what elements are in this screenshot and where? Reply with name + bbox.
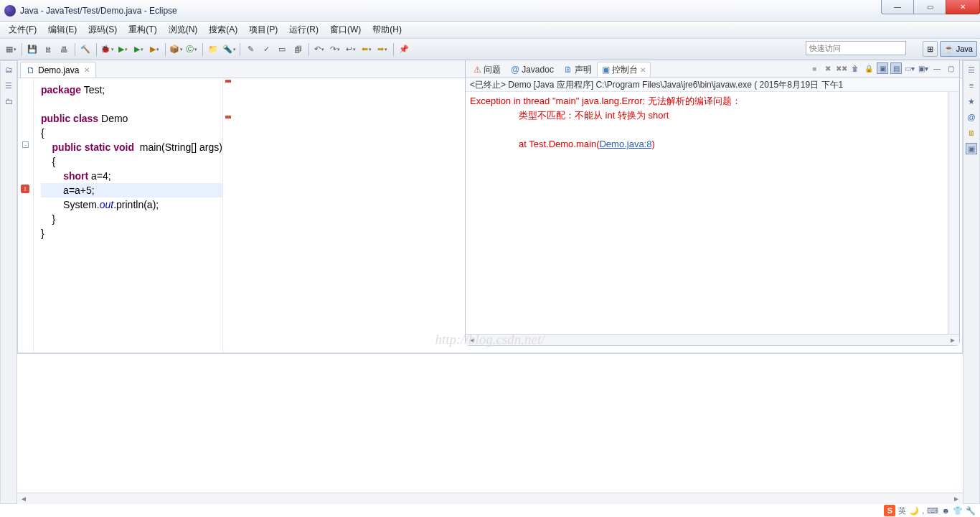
java-perspective-button[interactable]: ☕Java	[940, 41, 977, 57]
left-trim: 🗂 ☰ 🗀	[0, 60, 17, 504]
run-button[interactable]: ▶▾	[116, 42, 130, 57]
main-toolbar: ▦▾ 💾 🗎 🖶 🔨 🐞▾ ▶▾ ▶▾ ▶▾ 📦▾ Ⓒ▾ 📁 🔦▾ ✎ ✓ ▭ …	[0, 39, 980, 60]
console-line-1: Exception in thread "main" java.lang.Err…	[470, 96, 741, 106]
ime-settings-icon[interactable]: 👕	[953, 506, 963, 516]
menu-help[interactable]: 帮助(H)	[367, 22, 407, 37]
ime-punct-icon[interactable]: ,	[922, 506, 924, 515]
build-button[interactable]: 🔨	[78, 42, 93, 57]
remove-launch-icon[interactable]: ✖	[822, 62, 834, 74]
separator	[94, 42, 98, 57]
new-package-button[interactable]: 📦▾	[169, 42, 183, 57]
ime-bar: S 英 🌙 , ⌨ ☻ 👕 🔧	[0, 504, 980, 517]
view-icon[interactable]: ▣	[966, 143, 977, 154]
new-class-button[interactable]: Ⓒ▾	[184, 42, 199, 57]
editor-hscrollbar[interactable]: ◄►	[17, 493, 963, 504]
tab-console[interactable]: ▣控制台 ✕	[597, 62, 651, 77]
new-console-icon[interactable]: ▣▾	[918, 62, 929, 74]
minimize-button[interactable]: —	[881, 0, 914, 14]
hierarchy-icon[interactable]: ☰	[3, 80, 14, 91]
navigator-icon[interactable]: 🗀	[3, 96, 14, 107]
ime-moon-icon[interactable]: 🌙	[909, 506, 919, 516]
coverage-button[interactable]: ▶▾	[131, 42, 146, 57]
editor-tab-label: Demo.java	[38, 65, 79, 75]
ime-face-icon[interactable]: ☻	[941, 506, 950, 515]
wand-button[interactable]: ✎	[243, 42, 258, 57]
error-marker-icon[interactable]: !	[21, 185, 29, 193]
editor-area: 🗋 Demo.java ✕ ▭ ▢ - ! package Test; publ…	[17, 60, 963, 353]
scroll-lock-icon[interactable]: 🔒	[863, 62, 875, 74]
bookmark-button[interactable]: 🗐	[291, 42, 305, 57]
prev-annotation-button[interactable]: ↶▾	[312, 42, 326, 57]
pin-console-icon[interactable]: ▣	[877, 62, 888, 74]
console-panel: ⚠问题 @Javadoc 🗎声明 ▣控制台 ✕ ■ ✖ ✖✖ 🗑 🔒 ▣ ▤ ▭…	[465, 60, 960, 346]
ext-tools-button[interactable]: ▶▾	[147, 42, 161, 57]
last-edit-button[interactable]: ↩▾	[344, 42, 358, 57]
eclipse-icon	[4, 5, 16, 17]
maximize-button[interactable]: ▭	[913, 0, 946, 14]
tab-declaration[interactable]: 🗎声明	[559, 62, 597, 77]
menu-run[interactable]: 运行(R)	[283, 22, 324, 37]
print-button[interactable]: 🖶	[57, 42, 71, 57]
menu-edit[interactable]: 编辑(E)	[42, 22, 83, 37]
outline-icon[interactable]: ☰	[966, 64, 977, 75]
search-button[interactable]: 🔦▾	[222, 42, 236, 57]
ime-tool-icon[interactable]: 🔧	[966, 506, 976, 516]
package-explorer-icon[interactable]: 🗂	[3, 64, 14, 75]
maximize-icon[interactable]: ▢	[945, 62, 956, 74]
tab-close-icon[interactable]: ✕	[640, 66, 646, 74]
sheet-icon[interactable]: 🗎	[966, 127, 977, 139]
minimize-icon[interactable]: —	[931, 62, 943, 74]
console-icon: ▣	[602, 65, 610, 75]
at-icon[interactable]: @	[966, 111, 977, 123]
bookmark-view-icon[interactable]: ★	[966, 96, 977, 107]
task-button[interactable]: ▭	[275, 42, 289, 57]
menu-project[interactable]: 项目(P)	[243, 22, 283, 37]
lower-empty-area	[17, 353, 963, 493]
menu-search[interactable]: 搜索(A)	[203, 22, 243, 37]
next-annotation-button[interactable]: ↷▾	[328, 42, 342, 57]
java-file-icon: 🗋	[27, 65, 35, 75]
tab-javadoc[interactable]: @Javadoc	[506, 62, 559, 77]
close-button[interactable]: ✕	[946, 0, 980, 14]
clear-console-icon[interactable]: 🗑	[849, 62, 861, 74]
stacktrace-link[interactable]: Demo.java:8	[599, 139, 651, 149]
menu-refactor[interactable]: 重构(T)	[123, 22, 162, 37]
menu-window[interactable]: 窗口(W)	[324, 22, 367, 37]
ime-keyboard-icon[interactable]: ⌨	[927, 506, 938, 516]
ruler-error-top[interactable]	[225, 80, 231, 83]
debug-button[interactable]: 🐞▾	[100, 42, 114, 57]
console-hscrollbar[interactable]: ◄►	[466, 334, 959, 345]
tab-problems[interactable]: ⚠问题	[468, 62, 506, 77]
separator	[391, 42, 395, 57]
java-perspective-label: Java	[956, 45, 973, 53]
new-button[interactable]: ▦▾	[4, 42, 18, 57]
open-console-icon[interactable]: ▭▾	[904, 62, 915, 74]
task-list-icon[interactable]: ≡	[966, 80, 977, 91]
remove-all-icon[interactable]: ✖✖	[836, 62, 847, 74]
console-output[interactable]: Exception in thread "main" java.lang.Err…	[466, 92, 959, 334]
menu-navigate[interactable]: 浏览(N)	[163, 22, 204, 37]
terminate-icon[interactable]: ■	[809, 62, 820, 74]
ruler-error-mark[interactable]	[225, 116, 231, 118]
editor-tab-close[interactable]: ✕	[84, 66, 90, 74]
quick-access-input[interactable]	[806, 41, 906, 55]
pin-button[interactable]: 📌	[397, 42, 411, 57]
toggle-mark-button[interactable]: ✓	[259, 42, 273, 57]
forward-button[interactable]: ➡▾	[375, 42, 390, 57]
sogou-icon[interactable]: S	[884, 505, 895, 516]
save-button[interactable]: 💾	[25, 42, 39, 57]
menu-source[interactable]: 源码(S)	[83, 22, 123, 37]
display-console-icon[interactable]: ▤	[890, 62, 902, 74]
title-bar: Java - JavaTest/Test/Demo.java - Eclipse…	[0, 0, 980, 22]
console-vscrollbar[interactable]	[948, 92, 959, 334]
editor-tab-demo[interactable]: 🗋 Demo.java ✕	[20, 62, 96, 78]
fold-minus-icon[interactable]: -	[22, 141, 29, 148]
open-type-button[interactable]: 📁	[206, 42, 220, 57]
code-content[interactable]: package Test; public class Demo { public…	[34, 78, 222, 353]
back-button[interactable]: ⬅▾	[359, 42, 374, 57]
menu-file[interactable]: 文件(F)	[3, 22, 42, 37]
save-all-button[interactable]: 🗎	[41, 42, 55, 57]
open-perspective-button[interactable]: ⊞	[923, 41, 938, 57]
window-title: Java - JavaTest/Test/Demo.java - Eclipse	[20, 6, 177, 16]
ime-lang[interactable]: 英	[898, 506, 906, 516]
